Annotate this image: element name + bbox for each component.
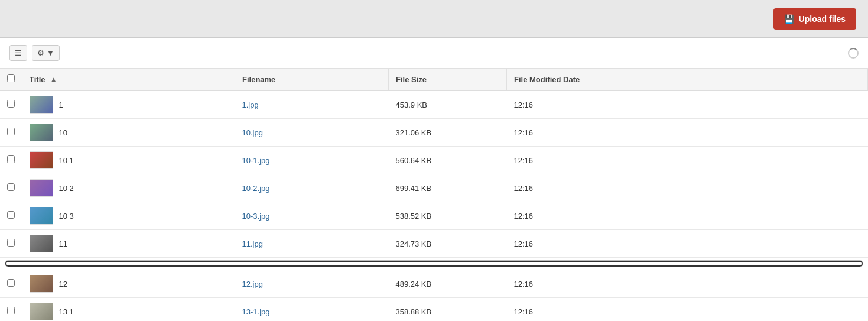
modified-cell: 12:16 bbox=[507, 147, 868, 174]
filename-cell: 11.jpg bbox=[235, 230, 389, 258]
filename-link[interactable]: 10.jpg bbox=[242, 128, 263, 137]
file-title: 1 bbox=[59, 100, 63, 109]
row-checkbox-cell bbox=[0, 298, 22, 322]
file-thumbnail bbox=[30, 235, 53, 252]
row-checkbox-cell bbox=[0, 270, 22, 298]
title-cell: 10 bbox=[22, 119, 235, 147]
upload-files-button[interactable]: 💾 Upload files bbox=[773, 8, 856, 30]
row-checkbox-cell bbox=[0, 230, 22, 258]
table-container: Title ▲ Filename File Size File Modified… bbox=[0, 69, 868, 321]
table-row: 10 210-2.jpg699.41 KB12:16 bbox=[0, 174, 868, 202]
file-thumbnail bbox=[30, 179, 53, 197]
modified-cell: 12:16 bbox=[507, 298, 868, 322]
row-checkbox[interactable] bbox=[7, 183, 15, 191]
filesize-cell: 538.52 KB bbox=[389, 202, 507, 230]
filesize-header[interactable]: File Size bbox=[389, 69, 507, 90]
filesize-cell: 358.88 KB bbox=[389, 298, 507, 322]
title-cell: 11 bbox=[22, 230, 235, 258]
filesize-cell: 453.9 KB bbox=[389, 90, 507, 119]
filename-cell: 10-1.jpg bbox=[235, 147, 389, 174]
upload-files-label: Upload files bbox=[799, 14, 846, 24]
title-cell: 1 bbox=[22, 90, 235, 119]
row-checkbox-cell bbox=[0, 90, 22, 119]
row-checkbox[interactable] bbox=[7, 279, 15, 287]
settings-button[interactable]: ⚙ ▼ bbox=[32, 45, 60, 61]
row-checkbox[interactable] bbox=[7, 239, 15, 247]
filename-cell: 13-1.jpg bbox=[235, 298, 389, 322]
filesize-cell: 560.64 KB bbox=[389, 147, 507, 174]
upload-icon: 💾 bbox=[784, 14, 794, 24]
filename-link[interactable]: 11.jpg bbox=[242, 239, 263, 248]
toolbar: ☰ ⚙ ▼ bbox=[0, 38, 868, 69]
filename-link[interactable]: 10-2.jpg bbox=[242, 184, 270, 193]
scrollbar-row bbox=[0, 258, 868, 270]
modified-cell: 12:16 bbox=[507, 202, 868, 230]
file-table: Title ▲ Filename File Size File Modified… bbox=[0, 69, 868, 321]
settings-icon: ⚙ bbox=[37, 48, 44, 57]
row-checkbox-cell bbox=[0, 174, 22, 202]
file-title: 10 3 bbox=[59, 212, 74, 221]
title-cell: 13 1 bbox=[22, 298, 235, 322]
table-header-row: Title ▲ Filename File Size File Modified… bbox=[0, 69, 868, 90]
file-title: 12 bbox=[59, 280, 67, 288]
filename-cell: 10-3.jpg bbox=[235, 202, 389, 230]
filename-link[interactable]: 13-1.jpg bbox=[242, 307, 270, 316]
file-thumbnail bbox=[30, 207, 53, 225]
title-header[interactable]: Title ▲ bbox=[22, 69, 235, 90]
checkbox-header bbox=[0, 69, 22, 90]
file-list-content: Title ▲ Filename File Size File Modified… bbox=[0, 69, 868, 321]
sort-asc-icon: ▲ bbox=[50, 75, 57, 84]
modified-header[interactable]: File Modified Date bbox=[507, 69, 868, 90]
table-row: 10 110-1.jpg560.64 KB12:16 bbox=[0, 147, 868, 174]
filename-header[interactable]: Filename bbox=[235, 69, 389, 90]
table-row: 10 310-3.jpg538.52 KB12:16 bbox=[0, 202, 868, 230]
chevron-down-icon: ▼ bbox=[47, 48, 54, 57]
file-thumbnail bbox=[30, 303, 53, 320]
table-body: 11.jpg453.9 KB12:161010.jpg321.06 KB12:1… bbox=[0, 90, 868, 321]
filename-cell: 10.jpg bbox=[235, 119, 389, 147]
filesize-cell: 489.24 KB bbox=[389, 270, 507, 298]
horizontal-scrollbar[interactable] bbox=[5, 260, 863, 267]
table-row: 1212.jpg489.24 KB12:16 bbox=[0, 270, 868, 298]
loading-spinner bbox=[848, 48, 859, 59]
title-cell: 12 bbox=[22, 270, 235, 298]
select-all-checkbox[interactable] bbox=[7, 74, 15, 82]
row-checkbox[interactable] bbox=[7, 128, 15, 135]
filename-cell: 10-2.jpg bbox=[235, 174, 389, 202]
row-checkbox-cell bbox=[0, 119, 22, 147]
file-thumbnail bbox=[30, 275, 53, 293]
modified-cell: 12:16 bbox=[507, 174, 868, 202]
filename-cell: 1.jpg bbox=[235, 90, 389, 119]
list-view-button[interactable]: ☰ bbox=[9, 45, 27, 61]
table-row: 1111.jpg324.73 KB12:16 bbox=[0, 230, 868, 258]
file-title: 10 bbox=[59, 128, 67, 137]
modified-cell: 12:16 bbox=[507, 90, 868, 119]
file-title: 13 1 bbox=[59, 307, 74, 316]
list-view-icon: ☰ bbox=[15, 48, 22, 57]
filesize-cell: 324.73 KB bbox=[389, 230, 507, 258]
title-cell: 10 3 bbox=[22, 202, 235, 230]
file-thumbnail bbox=[30, 151, 53, 169]
top-bar: 💾 Upload files bbox=[0, 0, 868, 38]
filename-link[interactable]: 10-1.jpg bbox=[242, 156, 270, 165]
file-thumbnail bbox=[30, 124, 53, 141]
title-cell: 10 1 bbox=[22, 147, 235, 174]
table-row: 1010.jpg321.06 KB12:16 bbox=[0, 119, 868, 147]
filesize-cell: 699.41 KB bbox=[389, 174, 507, 202]
scrollbar-cell bbox=[0, 258, 868, 270]
file-title: 10 1 bbox=[59, 156, 74, 165]
row-checkbox[interactable] bbox=[7, 100, 15, 108]
table-row: 13 113-1.jpg358.88 KB12:16 bbox=[0, 298, 868, 322]
modified-cell: 12:16 bbox=[507, 230, 868, 258]
scrollbar-thumb[interactable] bbox=[5, 261, 863, 267]
row-checkbox[interactable] bbox=[7, 211, 15, 219]
filename-cell: 12.jpg bbox=[235, 270, 389, 298]
file-thumbnail bbox=[30, 96, 53, 114]
filename-link[interactable]: 1.jpg bbox=[242, 100, 259, 109]
row-checkbox-cell bbox=[0, 147, 22, 174]
filename-link[interactable]: 12.jpg bbox=[242, 280, 263, 288]
file-title: 10 2 bbox=[59, 184, 74, 193]
row-checkbox[interactable] bbox=[7, 307, 15, 314]
filename-link[interactable]: 10-3.jpg bbox=[242, 212, 270, 221]
row-checkbox[interactable] bbox=[7, 155, 15, 163]
